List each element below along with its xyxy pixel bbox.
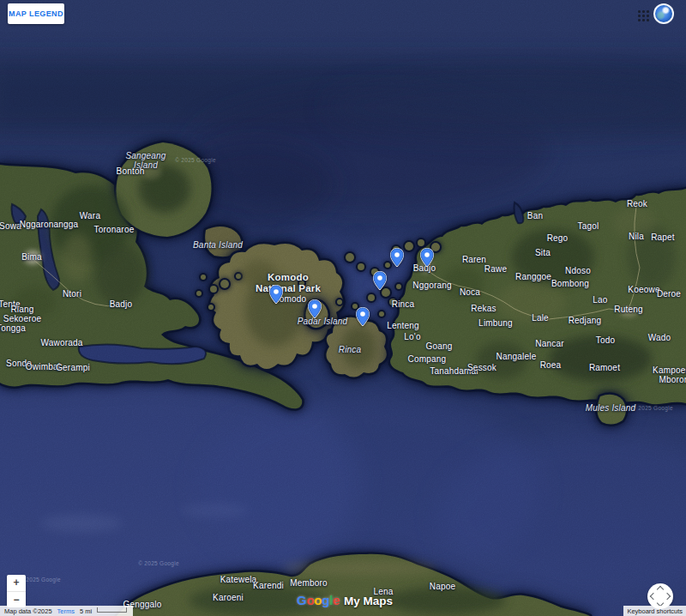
map-canvas[interactable] [0, 0, 686, 616]
zoom-control: + − [7, 575, 26, 607]
pan-up-arrow-icon [657, 586, 664, 593]
map-marker-pin[interactable] [390, 248, 404, 267]
map-marker-pin[interactable] [373, 271, 387, 290]
map-marker-pin[interactable] [356, 307, 370, 326]
keyboard-shortcuts-button[interactable]: Keyboard shortcuts [623, 606, 686, 616]
map-legend-label: MAP LEGEND [9, 9, 63, 18]
pan-left-arrow-icon [650, 593, 657, 600]
scale-bar [97, 607, 127, 613]
zoom-in-button[interactable]: + [7, 575, 26, 591]
scale-label: 5 mi [80, 607, 92, 615]
map-marker-pin[interactable] [420, 248, 434, 267]
google-apps-grid-icon[interactable] [638, 10, 649, 21]
pan-right-arrow-icon [664, 593, 671, 600]
map-marker-pin[interactable] [269, 285, 283, 304]
my-maps-viewport: { "header": { "legend_button_label": "MA… [0, 0, 686, 616]
user-avatar[interactable] [653, 3, 674, 24]
terms-link[interactable]: Terms [57, 607, 75, 615]
map-legend-button[interactable]: MAP LEGEND [8, 3, 64, 24]
attribution-bar: Map data ©2025 Terms 5 mi [0, 606, 133, 616]
map-data-text: Map data ©2025 [4, 607, 52, 615]
map-marker-pin[interactable] [308, 299, 322, 318]
keyboard-shortcuts-label: Keyboard shortcuts [627, 607, 683, 615]
grain-overlay [0, 0, 686, 616]
